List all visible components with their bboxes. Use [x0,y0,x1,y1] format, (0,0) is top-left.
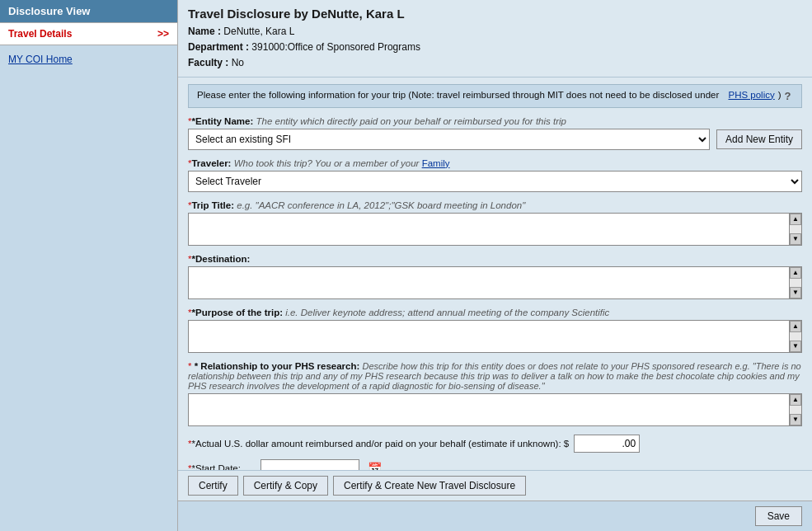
relationship-input[interactable] [188,393,789,426]
certify-create-button[interactable]: Certify & Create New Travel Disclosure [333,476,526,496]
trip-title-input-wrapper: ▲ ▼ [188,213,802,246]
start-date-row: **Start Date: 📅 [188,459,802,470]
destination-label: **Destination: [188,254,802,264]
certify-button[interactable]: Certify [188,476,238,496]
sidebar-travel-details-label: Travel Details [8,28,72,40]
sidebar-item-travel-details[interactable]: Travel Details >> [0,22,177,45]
sidebar-mycoi-label: MY COI Home [8,54,73,65]
name-label: Name : [188,26,221,37]
sidebar: Disclosure View Travel Details >> MY COI… [0,0,177,531]
relationship-input-wrapper: ▲ ▼ [188,393,802,426]
sidebar-title: Disclosure View [0,0,177,22]
department-label: Department : [188,41,249,53]
name-value: DeNutte, Kara L [223,26,294,37]
purpose-scroll-up[interactable]: ▲ [790,321,801,332]
relationship-section: * * Relationship to your PHS research: D… [188,361,802,426]
phs-policy-link[interactable]: PHS policy [728,90,774,100]
help-icon[interactable]: ? [785,90,791,102]
family-link[interactable]: Family [422,158,450,168]
relationship-scrollbar: ▲ ▼ [789,393,802,426]
purpose-scrollbar: ▲ ▼ [789,320,802,353]
info-banner: Please enter the following information f… [188,84,802,108]
relationship-scroll-down[interactable]: ▼ [790,414,801,425]
entity-row: Select an existing SFI Add New Entity [188,129,802,150]
traveler-section: *Traveler: Who took this trip? You or a … [188,158,802,192]
page-title: Travel Disclosure by DeNutte, Kara L [188,7,802,21]
sidebar-travel-details-arrows: >> [157,28,169,40]
destination-scrollbar: ▲ ▼ [789,266,802,299]
faculty-label: Faculty : [188,57,228,68]
purpose-input[interactable] [188,320,789,353]
trip-title-scrollbar: ▲ ▼ [789,213,802,246]
add-entity-button[interactable]: Add New Entity [716,129,802,149]
relationship-label: * * Relationship to your PHS research: D… [188,361,802,391]
start-date-label: **Start Date: [188,463,254,470]
purpose-scroll-down[interactable]: ▼ [790,341,801,352]
amount-row: **Actual U.S. dollar amount reimbursed a… [188,435,802,453]
destination-input-wrapper: ▲ ▼ [188,266,802,299]
purpose-label: **Purpose of the trip: i.e. Deliver keyn… [188,308,802,317]
main-header: Travel Disclosure by DeNutte, Kara L Nam… [178,0,812,78]
entity-select[interactable]: Select an existing SFI [188,129,710,150]
destination-scroll-up[interactable]: ▲ [790,267,801,279]
faculty-value: No [232,57,244,68]
department-value: 391000:Office of Sponsored Programs [251,41,420,53]
trip-title-input[interactable] [188,213,789,246]
trip-title-scroll-up[interactable]: ▲ [790,214,801,225]
info-banner-text: Please enter the following information f… [197,90,719,100]
footer-buttons: Certify Certify & Copy Certify & Create … [178,470,812,500]
destination-input[interactable] [188,266,789,299]
save-button[interactable]: Save [755,506,802,526]
amount-input[interactable] [574,435,640,453]
traveler-label: *Traveler: Who took this trip? You or a … [188,158,802,168]
purpose-input-wrapper: ▲ ▼ [188,320,802,353]
purpose-section: **Purpose of the trip: i.e. Deliver keyn… [188,308,802,353]
entity-name-section: **Entity Name: The entity which directly… [188,116,802,150]
start-date-input[interactable] [260,459,359,470]
trip-title-scroll-down[interactable]: ▼ [790,233,801,245]
amount-label: **Actual U.S. dollar amount reimbursed a… [188,439,569,449]
entity-name-label: **Entity Name: The entity which directly… [188,116,802,126]
save-bar: Save [178,500,812,531]
trip-title-label: *Trip Title: e.g. "AACR conference in LA… [188,200,802,210]
main-panel: Travel Disclosure by DeNutte, Kara L Nam… [177,0,812,531]
form-area: Please enter the following information f… [178,78,812,470]
destination-scroll-down[interactable]: ▼ [790,287,801,298]
traveler-select[interactable]: Select Traveler [188,171,802,192]
destination-section: **Destination: ▲ ▼ [188,254,802,299]
trip-title-section: *Trip Title: e.g. "AACR conference in LA… [188,200,802,246]
certify-copy-button[interactable]: Certify & Copy [243,476,328,496]
start-date-calendar-icon[interactable]: 📅 [366,460,383,470]
relationship-scroll-up[interactable]: ▲ [790,394,801,406]
header-info: Name : DeNutte, Kara L Department : 3910… [188,24,802,72]
sidebar-item-mycoi[interactable]: MY COI Home [0,49,177,70]
